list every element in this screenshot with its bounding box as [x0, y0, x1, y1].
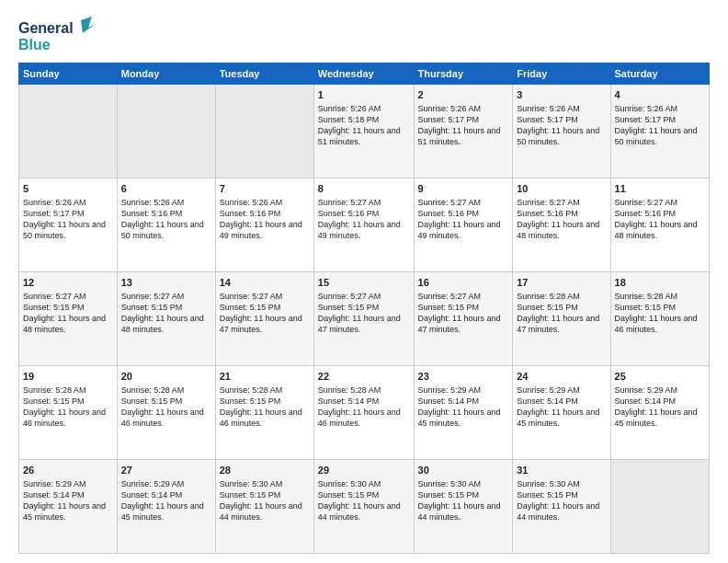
calendar-cell: 6Sunrise: 5:26 AM Sunset: 5:16 PM Daylig… — [117, 178, 215, 272]
cell-solar-info: Sunrise: 5:30 AM Sunset: 5:15 PM Dayligh… — [318, 478, 410, 523]
day-number: 27 — [121, 464, 211, 477]
svg-text:Blue: Blue — [18, 37, 51, 52]
calendar-cell: 2Sunrise: 5:26 AM Sunset: 5:17 PM Daylig… — [414, 85, 513, 178]
cell-solar-info: Sunrise: 5:26 AM Sunset: 5:17 PM Dayligh… — [23, 197, 113, 242]
svg-text:General: General — [18, 20, 74, 36]
day-number: 10 — [517, 182, 606, 196]
calendar-cell: 10Sunrise: 5:27 AM Sunset: 5:16 PM Dayli… — [513, 178, 610, 272]
calendar-cell: 28Sunrise: 5:30 AM Sunset: 5:15 PM Dayli… — [215, 460, 313, 554]
calendar-cell: 23Sunrise: 5:29 AM Sunset: 5:14 PM Dayli… — [414, 366, 513, 460]
calendar-cell: 16Sunrise: 5:27 AM Sunset: 5:15 PM Dayli… — [414, 272, 513, 366]
cell-solar-info: Sunrise: 5:26 AM Sunset: 5:16 PM Dayligh… — [220, 197, 310, 242]
calendar-cell: 24Sunrise: 5:29 AM Sunset: 5:14 PM Dayli… — [513, 366, 610, 460]
day-number: 20 — [121, 370, 211, 384]
week-row-4: 19Sunrise: 5:28 AM Sunset: 5:15 PM Dayli… — [19, 366, 710, 460]
cell-solar-info: Sunrise: 5:27 AM Sunset: 5:15 PM Dayligh… — [23, 291, 113, 336]
calendar-cell: 13Sunrise: 5:27 AM Sunset: 5:15 PM Dayli… — [117, 272, 215, 366]
weekday-header-wednesday: Wednesday — [313, 63, 414, 85]
cell-solar-info: Sunrise: 5:28 AM Sunset: 5:15 PM Dayligh… — [23, 385, 113, 430]
calendar-table: SundayMondayTuesdayWednesdayThursdayFrid… — [18, 63, 710, 554]
day-number: 21 — [220, 370, 310, 384]
weekday-header-sunday: Sunday — [19, 63, 118, 85]
calendar-cell: 27Sunrise: 5:29 AM Sunset: 5:14 PM Dayli… — [117, 460, 215, 554]
calendar-cell: 21Sunrise: 5:28 AM Sunset: 5:15 PM Dayli… — [215, 366, 313, 460]
weekday-header-tuesday: Tuesday — [215, 63, 313, 85]
day-number: 13 — [121, 276, 211, 290]
calendar-cell — [19, 85, 118, 178]
day-number: 4 — [615, 88, 705, 102]
cell-solar-info: Sunrise: 5:29 AM Sunset: 5:14 PM Dayligh… — [121, 478, 211, 523]
header: GeneralBlue — [18, 17, 710, 55]
calendar-cell: 25Sunrise: 5:29 AM Sunset: 5:14 PM Dayli… — [610, 366, 709, 460]
calendar-cell: 4Sunrise: 5:26 AM Sunset: 5:17 PM Daylig… — [610, 85, 709, 178]
day-number: 15 — [318, 276, 410, 290]
cell-solar-info: Sunrise: 5:27 AM Sunset: 5:16 PM Dayligh… — [318, 197, 410, 242]
week-row-5: 26Sunrise: 5:29 AM Sunset: 5:14 PM Dayli… — [19, 460, 710, 554]
day-number: 6 — [121, 182, 211, 196]
cell-solar-info: Sunrise: 5:28 AM Sunset: 5:15 PM Dayligh… — [517, 291, 606, 336]
day-number: 11 — [615, 182, 705, 196]
week-row-3: 12Sunrise: 5:27 AM Sunset: 5:15 PM Dayli… — [19, 272, 710, 366]
calendar-cell: 11Sunrise: 5:27 AM Sunset: 5:16 PM Dayli… — [610, 178, 709, 272]
cell-solar-info: Sunrise: 5:26 AM Sunset: 5:17 PM Dayligh… — [418, 103, 509, 148]
calendar-cell: 1Sunrise: 5:26 AM Sunset: 5:18 PM Daylig… — [313, 85, 414, 178]
week-row-1: 1Sunrise: 5:26 AM Sunset: 5:18 PM Daylig… — [19, 85, 710, 178]
calendar-cell: 7Sunrise: 5:26 AM Sunset: 5:16 PM Daylig… — [215, 178, 313, 272]
cell-solar-info: Sunrise: 5:28 AM Sunset: 5:14 PM Dayligh… — [318, 385, 410, 430]
day-number: 19 — [23, 370, 113, 384]
cell-solar-info: Sunrise: 5:26 AM Sunset: 5:17 PM Dayligh… — [517, 103, 606, 148]
day-number: 2 — [418, 88, 509, 102]
calendar-cell: 8Sunrise: 5:27 AM Sunset: 5:16 PM Daylig… — [313, 178, 414, 272]
calendar-cell: 26Sunrise: 5:29 AM Sunset: 5:14 PM Dayli… — [19, 460, 118, 554]
calendar-cell: 30Sunrise: 5:30 AM Sunset: 5:15 PM Dayli… — [414, 460, 513, 554]
day-number: 12 — [23, 276, 113, 290]
day-number: 28 — [220, 464, 310, 477]
cell-solar-info: Sunrise: 5:29 AM Sunset: 5:14 PM Dayligh… — [23, 478, 113, 523]
day-number: 17 — [517, 276, 606, 290]
cell-solar-info: Sunrise: 5:30 AM Sunset: 5:15 PM Dayligh… — [517, 478, 606, 523]
calendar-cell — [117, 85, 215, 178]
calendar-cell: 5Sunrise: 5:26 AM Sunset: 5:17 PM Daylig… — [19, 178, 118, 272]
day-number: 18 — [615, 276, 705, 290]
calendar-cell: 22Sunrise: 5:28 AM Sunset: 5:14 PM Dayli… — [313, 366, 414, 460]
cell-solar-info: Sunrise: 5:29 AM Sunset: 5:14 PM Dayligh… — [418, 385, 509, 430]
cell-solar-info: Sunrise: 5:30 AM Sunset: 5:15 PM Dayligh… — [418, 478, 509, 523]
cell-solar-info: Sunrise: 5:28 AM Sunset: 5:15 PM Dayligh… — [121, 385, 211, 430]
cell-solar-info: Sunrise: 5:27 AM Sunset: 5:15 PM Dayligh… — [121, 291, 211, 336]
weekday-header-thursday: Thursday — [414, 63, 513, 85]
day-number: 16 — [418, 276, 509, 290]
general-blue-logo-icon: GeneralBlue — [18, 17, 97, 55]
cell-solar-info: Sunrise: 5:27 AM Sunset: 5:16 PM Dayligh… — [615, 197, 705, 242]
day-number: 30 — [418, 464, 509, 477]
day-number: 31 — [517, 464, 606, 477]
calendar-cell: 17Sunrise: 5:28 AM Sunset: 5:15 PM Dayli… — [513, 272, 610, 366]
logo: GeneralBlue — [18, 17, 97, 55]
calendar-cell: 3Sunrise: 5:26 AM Sunset: 5:17 PM Daylig… — [513, 85, 610, 178]
cell-solar-info: Sunrise: 5:27 AM Sunset: 5:16 PM Dayligh… — [517, 197, 606, 242]
cell-solar-info: Sunrise: 5:26 AM Sunset: 5:18 PM Dayligh… — [318, 103, 410, 148]
cell-solar-info: Sunrise: 5:27 AM Sunset: 5:15 PM Dayligh… — [318, 291, 410, 336]
day-number: 26 — [23, 464, 113, 477]
calendar-cell — [610, 460, 709, 554]
cell-solar-info: Sunrise: 5:26 AM Sunset: 5:17 PM Dayligh… — [615, 103, 705, 148]
day-number: 25 — [615, 370, 705, 384]
cell-solar-info: Sunrise: 5:26 AM Sunset: 5:16 PM Dayligh… — [121, 197, 211, 242]
weekday-header-saturday: Saturday — [610, 63, 709, 85]
day-number: 29 — [318, 464, 410, 477]
calendar-cell: 31Sunrise: 5:30 AM Sunset: 5:15 PM Dayli… — [513, 460, 610, 554]
svg-marker-2 — [81, 17, 96, 33]
cell-solar-info: Sunrise: 5:27 AM Sunset: 5:15 PM Dayligh… — [418, 291, 509, 336]
calendar-cell — [215, 85, 313, 178]
calendar-cell: 15Sunrise: 5:27 AM Sunset: 5:15 PM Dayli… — [313, 272, 414, 366]
calendar-cell: 19Sunrise: 5:28 AM Sunset: 5:15 PM Dayli… — [19, 366, 118, 460]
day-number: 1 — [318, 88, 410, 102]
cell-solar-info: Sunrise: 5:28 AM Sunset: 5:15 PM Dayligh… — [220, 385, 310, 430]
day-number: 24 — [517, 370, 606, 384]
calendar-cell: 18Sunrise: 5:28 AM Sunset: 5:15 PM Dayli… — [610, 272, 709, 366]
day-number: 23 — [418, 370, 509, 384]
cell-solar-info: Sunrise: 5:30 AM Sunset: 5:15 PM Dayligh… — [220, 478, 310, 523]
cell-solar-info: Sunrise: 5:27 AM Sunset: 5:15 PM Dayligh… — [220, 291, 310, 336]
day-number: 22 — [318, 370, 410, 384]
day-number: 9 — [418, 182, 509, 196]
calendar-cell: 12Sunrise: 5:27 AM Sunset: 5:15 PM Dayli… — [19, 272, 118, 366]
